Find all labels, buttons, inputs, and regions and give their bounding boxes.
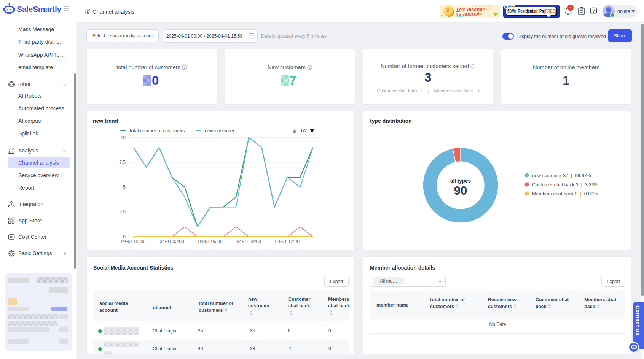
svg-text:04-01 00:00: 04-01 00:00 [121,239,145,244]
svg-text:04-01 12:00: 04-01 12:00 [275,239,300,244]
svg-text:Customer chat back 3 | 3.33%: Customer chat back 3 | 3.33% [532,182,598,187]
svg-text:04-01 03:00: 04-01 03:00 [160,239,184,244]
svg-text:new customer 87 | 96.67%: new customer 87 | 96.67% [532,173,591,178]
svg-text:i: i [472,65,473,68]
svg-text:i: i [309,66,310,70]
svg-text:90: 90 [454,184,467,197]
svg-text:all types: all types [450,178,471,184]
svg-text:10: 10 [121,135,126,140]
svg-text:7.5: 7.5 [119,160,126,165]
svg-text:Members chat back 0 | 0.00%: Members chat back 0 | 0.00% [532,191,598,197]
svg-text:04-01 06:00: 04-01 06:00 [198,239,223,244]
svg-text:2.5: 2.5 [119,209,126,214]
svg-text:i: i [184,66,185,70]
svg-text:?: ? [592,9,595,13]
svg-text:5: 5 [123,184,126,190]
svg-text:04-01 09:00: 04-01 09:00 [237,239,261,244]
